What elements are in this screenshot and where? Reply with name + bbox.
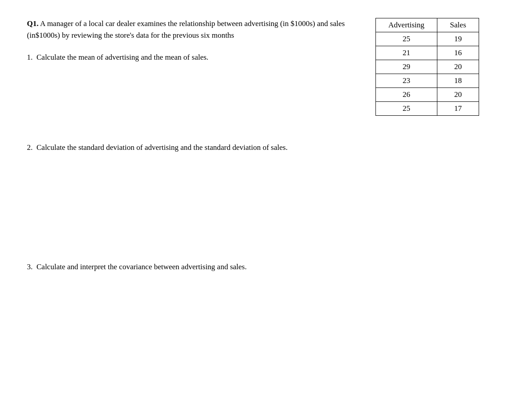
sub-question-2-section: 2. Calculate the standard deviation of a… — [27, 142, 479, 153]
q1-text-block: Q1. A manager of a local car dealer exam… — [27, 18, 362, 63]
sub-q2-number: 2. — [27, 143, 33, 152]
table-row: 2620 — [375, 88, 479, 102]
table-row: 2519 — [375, 32, 479, 46]
advertising-cell: 26 — [375, 88, 437, 102]
sales-cell: 20 — [437, 60, 479, 74]
data-table: Advertising Sales 2519211629202318262025… — [375, 18, 479, 116]
col-advertising-header: Advertising — [375, 18, 437, 32]
sub-q3-number: 3. — [27, 262, 33, 271]
sales-cell: 19 — [437, 32, 479, 46]
sub-q3-text: Calculate and interpret the covariance b… — [36, 262, 247, 271]
q1-section: Q1. A manager of a local car dealer exam… — [27, 18, 479, 116]
advertising-cell: 25 — [375, 102, 437, 116]
question-text: A manager of a local car dealer examines… — [27, 19, 345, 39]
sales-cell: 16 — [437, 46, 479, 60]
table-row: 2116 — [375, 46, 479, 60]
table-row: 2920 — [375, 60, 479, 74]
sub-q2-text: Calculate the standard deviation of adve… — [36, 143, 288, 152]
table-row: 2517 — [375, 102, 479, 116]
sales-cell: 17 — [437, 102, 479, 116]
sales-cell: 20 — [437, 88, 479, 102]
advertising-cell: 25 — [375, 32, 437, 46]
sub-q1-number: 1. — [27, 53, 33, 61]
advertising-cell: 23 — [375, 74, 437, 88]
col-sales-header: Sales — [437, 18, 479, 32]
advertising-cell: 29 — [375, 60, 437, 74]
page-content: Q1. A manager of a local car dealer exam… — [27, 18, 479, 272]
sub-question-3-section: 3. Calculate and interpret the covarianc… — [27, 261, 479, 273]
table-row: 2318 — [375, 74, 479, 88]
advertising-cell: 21 — [375, 46, 437, 60]
data-table-wrapper: Advertising Sales 2519211629202318262025… — [375, 18, 479, 116]
sub-q1-text: Calculate the mean of advertising and th… — [36, 53, 208, 61]
sub-question-1: 1. Calculate the mean of advertising and… — [27, 52, 362, 63]
q1-intro: Q1. A manager of a local car dealer exam… — [27, 18, 362, 41]
question-label: Q1. — [27, 19, 39, 28]
table-header-row: Advertising Sales — [375, 18, 479, 32]
sales-cell: 18 — [437, 74, 479, 88]
